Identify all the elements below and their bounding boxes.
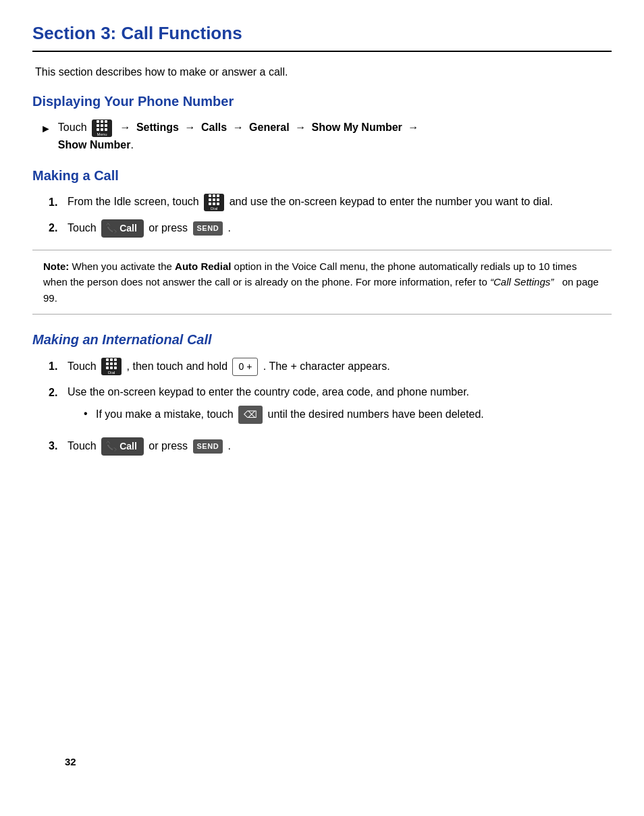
dial-label-2: Dial xyxy=(108,371,115,375)
intl-step-1-content: Touch Dial , then touch and hold 0 + . T… xyxy=(68,358,390,376)
international-call-title: Making an International Call xyxy=(32,329,612,350)
note-label: Note: xyxy=(43,261,69,272)
intl-step-3-content: Touch 📞 Call or press SEND . xyxy=(68,437,231,456)
section-title: Section 3: Call Functions xyxy=(32,20,612,47)
intl-step-2-label: 2. xyxy=(49,385,68,401)
dial-icon-2: Dial xyxy=(101,358,122,375)
intl-step-2-content: Use the on-screen keypad to enter the co… xyxy=(68,384,484,429)
arrow-icon-5: → xyxy=(408,121,419,133)
arrow-icon-2: → xyxy=(184,121,195,133)
show-number-text: Show Number xyxy=(58,139,131,151)
step-2-content: Touch 📞 Call or press SEND . xyxy=(68,219,231,238)
period-1: . xyxy=(130,139,133,151)
menu-label: Menu xyxy=(97,132,107,136)
arrow-icon-4: → xyxy=(295,121,306,133)
intl-sub-bullet: • If you make a mistake, touch ⌫ until t… xyxy=(84,406,484,424)
step-1-content: From the Idle screen, touch Dial and use… xyxy=(68,194,553,211)
displaying-title: Displaying Your Phone Number xyxy=(32,91,612,111)
show-my-number-text: Show My Number xyxy=(312,121,402,133)
phone-icon-2: 📞 xyxy=(105,439,117,454)
auto-redial-text: Auto Redial xyxy=(175,261,231,272)
send-button-1: SEND xyxy=(193,221,223,236)
menu-icon: Menu xyxy=(92,119,112,137)
arrow-icon-1: → xyxy=(119,121,130,133)
sub-bullet-content: If you make a mistake, touch ⌫ until the… xyxy=(96,406,484,424)
call-btn-label-1: Call xyxy=(119,221,137,236)
call-settings-link: “Call Settings” xyxy=(490,276,554,288)
sub-bullet-dot: • xyxy=(84,406,96,422)
arrow-icon-3: → xyxy=(233,121,244,133)
step-1-label: 1. xyxy=(49,194,68,211)
general-text: General xyxy=(249,121,290,133)
calls-text: Calls xyxy=(201,121,227,133)
zero-plus-key: 0 + xyxy=(232,358,258,376)
dial-icon-1: Dial xyxy=(204,194,224,211)
bullet-arrow-icon: ► xyxy=(41,121,51,137)
dial-label-1: Dial xyxy=(211,207,217,211)
section-making-call: Making a Call 1. From the Idle screen, t… xyxy=(32,165,612,238)
call-button-2: 📞 Call xyxy=(101,437,144,456)
making-call-title: Making a Call xyxy=(32,165,612,186)
send-button-2: SEND xyxy=(193,439,223,454)
step-2-label: 2. xyxy=(49,220,68,236)
section-displaying-phone-number: Displaying Your Phone Number ► Touch Men… xyxy=(32,91,612,153)
settings-text: Settings xyxy=(136,121,179,133)
intl-step-1-label: 1. xyxy=(49,358,68,375)
making-call-step-2: 2. Touch 📞 Call or press SEND . xyxy=(49,219,612,238)
intl-step-2: 2. Use the on-screen keypad to enter the… xyxy=(49,384,612,429)
international-call-list: 1. Touch Dial , then touch and hold 0 + … xyxy=(49,358,612,456)
phone-icon-1: 📞 xyxy=(105,221,117,236)
making-call-step-1: 1. From the Idle screen, touch Dial and … xyxy=(49,194,612,211)
note-box: Note: When you activate the Auto Redial … xyxy=(32,250,612,315)
displaying-content: Touch Menu → Settings → Calls → General … xyxy=(58,119,421,153)
intl-step-3: 3. Touch 📞 Call or press SEND . xyxy=(49,437,612,456)
call-btn-label-2: Call xyxy=(119,439,137,454)
intl-step-3-label: 3. xyxy=(49,438,68,454)
section-international-call: Making an International Call 1. Touch Di… xyxy=(32,329,612,456)
intl-step-1: 1. Touch Dial , then touch and hold 0 + … xyxy=(49,358,612,376)
making-call-list: 1. From the Idle screen, touch Dial and … xyxy=(49,194,612,238)
displaying-bullet: ► Touch Menu → Settings → Calls → Genera… xyxy=(41,119,612,153)
note-text-1: When you activate the xyxy=(72,261,176,272)
page-number: 32 xyxy=(65,755,76,770)
backspace-button: ⌫ xyxy=(238,406,263,424)
call-button-1: 📞 Call xyxy=(101,219,144,238)
intro-text: This section describes how to make or an… xyxy=(35,64,612,80)
